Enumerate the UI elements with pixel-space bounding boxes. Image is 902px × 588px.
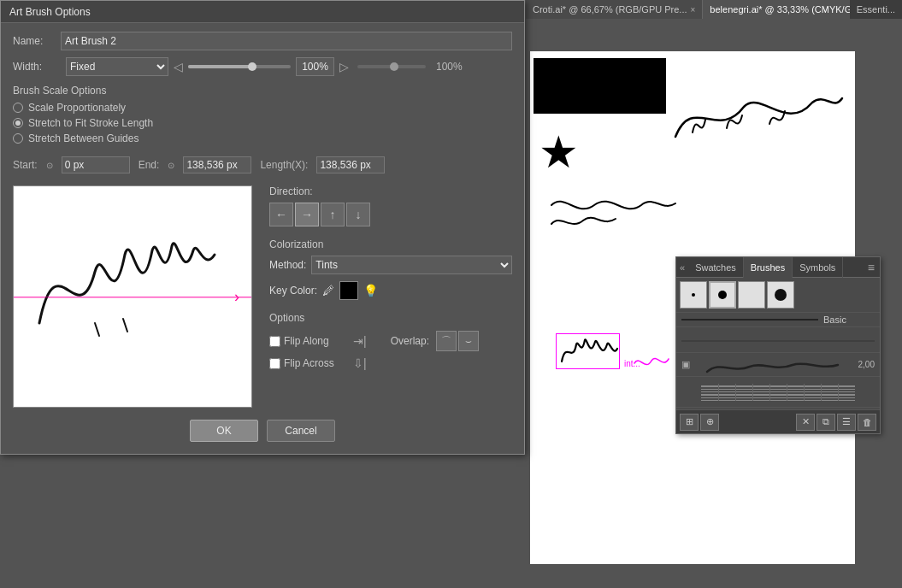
overlap-btn-1[interactable]: ⌒ xyxy=(436,331,457,351)
radio-stretch[interactable] xyxy=(13,118,23,128)
panel-expand-icon[interactable]: « xyxy=(676,262,688,273)
overlap-buttons: ⌒ ⌣ xyxy=(436,331,479,351)
measure-row: Start: ⊙ End: ⊙ Length(X): xyxy=(13,156,512,173)
cancel-button[interactable]: Cancel xyxy=(267,420,335,442)
brush-list: ▣ 2,00 xyxy=(676,327,880,409)
footer-btn-trash[interactable]: 🗑 xyxy=(858,414,876,431)
canvas-sel-handwriting xyxy=(557,332,622,369)
eyedropper-icon[interactable]: 🖉 xyxy=(322,284,334,297)
flip-along-icon: ⇥| xyxy=(353,334,367,348)
radio-guides-row: Stretch Between Guides xyxy=(13,132,512,144)
radio-stretch-row: Stretch to Fit Stroke Length xyxy=(13,117,512,129)
start-label: Start: xyxy=(13,159,38,171)
brush-stroke-medium xyxy=(697,356,846,373)
dir-right-btn[interactable]: → xyxy=(295,203,319,226)
name-row: Name: xyxy=(13,32,512,50)
end-input[interactable] xyxy=(183,156,251,173)
panel-menu-icon[interactable]: ≡ xyxy=(863,261,880,274)
brush-row-thin[interactable] xyxy=(676,329,880,353)
footer-btn-options[interactable]: ☰ xyxy=(837,414,856,431)
tab-croti[interactable]: Croti.ai* @ 66,67% (RGB/GPU Pre... × xyxy=(526,0,703,19)
start-input[interactable] xyxy=(62,156,130,173)
direction-label: Direction: xyxy=(269,185,512,197)
overlap-btn-2[interactable]: ⌣ xyxy=(458,331,479,351)
width-slider2[interactable] xyxy=(357,65,426,68)
brush-size-icon: ▣ xyxy=(681,359,690,370)
tab-symbols[interactable]: Symbols xyxy=(793,257,843,278)
start-icon: ⊙ xyxy=(46,161,53,170)
svg-rect-4 xyxy=(701,391,855,392)
canvas-black-rect xyxy=(534,58,666,114)
method-select[interactable]: Tints xyxy=(311,256,512,274)
overlap-label: Overlap: xyxy=(391,335,429,347)
width-percent2: 100% xyxy=(436,61,463,73)
flip-across-row: Flip Across ⇩| xyxy=(269,356,512,370)
radio-stretch-label: Stretch to Fit Stroke Length xyxy=(28,117,153,129)
svg-rect-12 xyxy=(752,384,753,401)
key-color-swatch[interactable] xyxy=(339,281,358,300)
dir-up-btn[interactable]: ↑ xyxy=(321,203,345,226)
brush-thumb-1[interactable] xyxy=(680,281,707,309)
basic-line xyxy=(681,319,818,320)
dialog-title: Art Brush Options xyxy=(9,6,91,18)
flip-along-label: Flip Along xyxy=(269,335,346,347)
brush-size-label: 2,00 xyxy=(849,360,875,369)
brush-row-deco[interactable] xyxy=(676,377,880,408)
width-percent-input[interactable] xyxy=(296,57,334,76)
preview-pink-line xyxy=(14,297,251,297)
brush-thumb-4[interactable] xyxy=(767,281,794,309)
options-section: Options Flip Along ⇥| Overlap: ⌒ ⌣ xyxy=(269,312,512,370)
width-slider[interactable] xyxy=(188,65,291,68)
end-label: End: xyxy=(139,159,160,171)
brush-thumb-2[interactable] xyxy=(709,281,736,309)
dir-left-btn[interactable]: ← xyxy=(269,203,293,226)
direction-row: ← → ↑ ↓ xyxy=(269,203,512,226)
brush-stroke-thin xyxy=(681,332,875,350)
top-right-label: Essenti... xyxy=(850,0,902,19)
info-icon[interactable]: 💡 xyxy=(363,284,378,297)
width-select[interactable]: Fixed xyxy=(66,57,168,76)
brush-thumbnails xyxy=(676,278,880,313)
tab-swatches[interactable]: Swatches xyxy=(688,257,744,278)
brushes-panel: « Swatches Brushes Symbols ≡ Basic xyxy=(675,256,881,434)
flip-along-row: Flip Along ⇥| Overlap: ⌒ ⌣ xyxy=(269,331,512,351)
preview-box: › xyxy=(13,185,252,408)
name-label: Name: xyxy=(13,35,56,47)
svg-rect-2 xyxy=(701,385,855,387)
dialog-titlebar: Art Brush Options xyxy=(1,1,524,23)
ok-button[interactable]: OK xyxy=(190,420,258,442)
slider-right-arrow-icon: ▷ xyxy=(339,60,349,74)
svg-rect-10 xyxy=(718,384,719,401)
svg-rect-15 xyxy=(804,384,805,401)
dialog-buttons: OK Cancel xyxy=(13,420,512,442)
canvas-waves xyxy=(547,188,744,239)
footer-btn-libraries[interactable]: ⊞ xyxy=(680,414,699,431)
width-label: Width: xyxy=(13,61,56,73)
radio-guides[interactable] xyxy=(13,133,23,144)
brush-row-medium[interactable]: ▣ 2,00 xyxy=(676,353,880,377)
brush-scale-title: Brush Scale Options xyxy=(13,85,512,97)
dialog-body: Name: Width: Fixed ◁ ▷ 100% Brush Scale … xyxy=(1,23,524,454)
tab-close-croti[interactable]: × xyxy=(691,5,696,15)
name-input[interactable] xyxy=(61,32,512,50)
brush-basic-row: Basic xyxy=(676,313,880,327)
tab-brushes[interactable]: Brushes xyxy=(744,257,793,278)
flip-across-checkbox[interactable] xyxy=(269,358,280,369)
svg-rect-17 xyxy=(838,384,839,401)
footer-btn-delete[interactable]: ✕ xyxy=(796,414,815,431)
width-row: Width: Fixed ◁ ▷ 100% xyxy=(13,57,512,76)
length-input[interactable] xyxy=(316,156,385,173)
method-label: Method: xyxy=(269,259,306,271)
radio-scale[interactable] xyxy=(13,103,23,113)
dir-down-btn[interactable]: ↓ xyxy=(346,203,370,226)
svg-rect-7 xyxy=(701,400,855,401)
radio-guides-label: Stretch Between Guides xyxy=(28,132,139,144)
canvas-star: ★ xyxy=(539,126,579,178)
footer-btn-duplicate[interactable]: ⧉ xyxy=(817,414,835,431)
brush-thumb-3[interactable] xyxy=(738,281,765,309)
flip-along-checkbox[interactable] xyxy=(269,336,280,347)
basic-label: Basic xyxy=(823,315,875,325)
footer-btn-add[interactable]: ⊕ xyxy=(700,414,719,431)
canvas-handwriting-1 xyxy=(667,85,846,154)
key-color-row: Key Color: 🖉 💡 xyxy=(269,281,512,300)
